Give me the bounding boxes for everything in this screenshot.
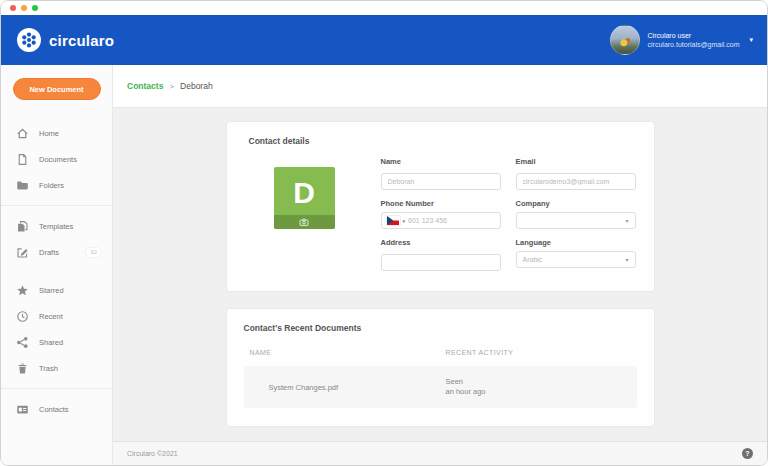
sidebar-item-templates[interactable]: Templates [1, 213, 112, 239]
breadcrumb-separator: > [169, 82, 174, 91]
card-title: Contact's Recent Documents [244, 323, 637, 333]
sidebar-item-label: Documents [39, 155, 77, 164]
phone-label: Phone Number [381, 199, 501, 208]
document-icon [16, 153, 29, 166]
sidebar-item-label: Home [39, 129, 59, 138]
footer: Circularo ©2021 ? [113, 441, 767, 465]
name-label: Name [381, 157, 501, 166]
sidebar-item-label: Templates [39, 222, 73, 231]
user-avatar [610, 25, 640, 55]
sidebar-divider [1, 388, 112, 389]
table-header: NAME RECENT ACTIVITY [244, 349, 637, 356]
templates-icon [16, 220, 29, 233]
address-input[interactable] [381, 254, 501, 271]
user-name: Circularo user [648, 31, 740, 40]
sidebar-item-trash[interactable]: Trash [1, 355, 112, 381]
window-minimize-button[interactable] [21, 5, 27, 11]
name-input[interactable] [381, 173, 501, 190]
sidebar-item-label: Drafts [39, 248, 59, 257]
clock-icon [16, 310, 29, 323]
czech-flag-icon[interactable] [387, 216, 400, 225]
sidebar-item-contacts[interactable]: Contacts [1, 396, 112, 422]
address-label: Address [381, 238, 501, 247]
new-document-button[interactable]: New Document [13, 78, 101, 100]
copyright-text: Circularo ©2021 [127, 450, 178, 457]
app-window: circularo Circularo user circularo.tutor… [0, 0, 768, 466]
sidebar-item-label: Shared [39, 338, 63, 347]
drafts-count-badge: 32 [85, 247, 102, 258]
share-icon [16, 336, 29, 349]
user-email: circularo.tutorials@gmail.com [648, 40, 740, 49]
star-icon [16, 284, 29, 297]
folder-icon [16, 179, 29, 192]
breadcrumb-current: Deborah [180, 81, 213, 91]
chevron-down-icon: ▾ [625, 217, 628, 224]
trash-icon [16, 362, 29, 375]
app-header: circularo Circularo user circularo.tutor… [1, 15, 767, 65]
contact-avatar[interactable]: D [274, 167, 335, 229]
chevron-down-icon: ▾ [625, 256, 628, 263]
phone-field: ▾ [381, 212, 501, 229]
drafts-icon [16, 246, 29, 259]
phone-input[interactable] [408, 217, 494, 224]
contacts-icon [16, 403, 29, 416]
sidebar-item-label: Contacts [39, 405, 69, 414]
activity-time: an hour ago [446, 387, 486, 396]
user-menu[interactable]: Circularo user circularo.tutorials@gmail… [610, 25, 753, 55]
contact-details-card: Contact details D Na [227, 122, 654, 291]
brand-name: circularo [49, 32, 114, 49]
circularo-logo-icon [17, 28, 41, 52]
sidebar-item-label: Trash [39, 364, 58, 373]
chevron-down-icon: ▾ [749, 36, 753, 44]
help-button[interactable]: ? [742, 448, 753, 459]
sidebar-item-label: Folders [39, 181, 64, 190]
sidebar-divider [1, 205, 112, 206]
email-input[interactable] [516, 173, 636, 190]
company-select[interactable]: ▾ [516, 212, 636, 229]
sidebar-spacer [1, 265, 112, 277]
document-activity: Seen an hour ago [446, 369, 486, 405]
sidebar-item-drafts[interactable]: Drafts 32 [1, 239, 112, 265]
language-value: Arabic [523, 256, 626, 263]
sidebar-item-label: Starred [39, 286, 64, 295]
breadcrumb: Contacts > Deborah [113, 65, 767, 108]
sidebar: New Document Home Documents [1, 65, 113, 465]
breadcrumb-contacts-link[interactable]: Contacts [127, 81, 163, 91]
window-zoom-button[interactable] [32, 5, 38, 11]
sidebar-item-documents[interactable]: Documents [1, 146, 112, 172]
activity-status: Seen [446, 377, 464, 386]
window-titlebar [1, 1, 767, 15]
sidebar-item-home[interactable]: Home [1, 120, 112, 146]
document-name: System Changes.pdf [244, 383, 446, 392]
sidebar-item-folders[interactable]: Folders [1, 172, 112, 198]
column-header-recent-activity: RECENT ACTIVITY [446, 349, 514, 356]
content-area: Contact details D Na [113, 108, 767, 441]
camera-icon [299, 218, 309, 226]
email-label: Email [516, 157, 636, 166]
sidebar-item-shared[interactable]: Shared [1, 329, 112, 355]
recent-documents-card: Contact's Recent Documents NAME RECENT A… [227, 309, 654, 426]
language-label: Language [516, 238, 636, 247]
sidebar-item-label: Recent [39, 312, 63, 321]
company-label: Company [516, 199, 636, 208]
table-row[interactable]: System Changes.pdf Seen an hour ago [244, 366, 637, 408]
country-caret-icon[interactable]: ▾ [403, 218, 406, 224]
avatar-photo-strip[interactable] [274, 215, 335, 229]
card-title: Contact details [249, 136, 636, 146]
avatar-initial: D [293, 176, 315, 210]
sidebar-item-starred[interactable]: Starred [1, 277, 112, 303]
language-select[interactable]: Arabic ▾ [516, 251, 636, 268]
sidebar-item-recent[interactable]: Recent [1, 303, 112, 329]
home-icon [16, 127, 29, 140]
window-close-button[interactable] [10, 5, 16, 11]
column-header-name: NAME [244, 349, 446, 356]
